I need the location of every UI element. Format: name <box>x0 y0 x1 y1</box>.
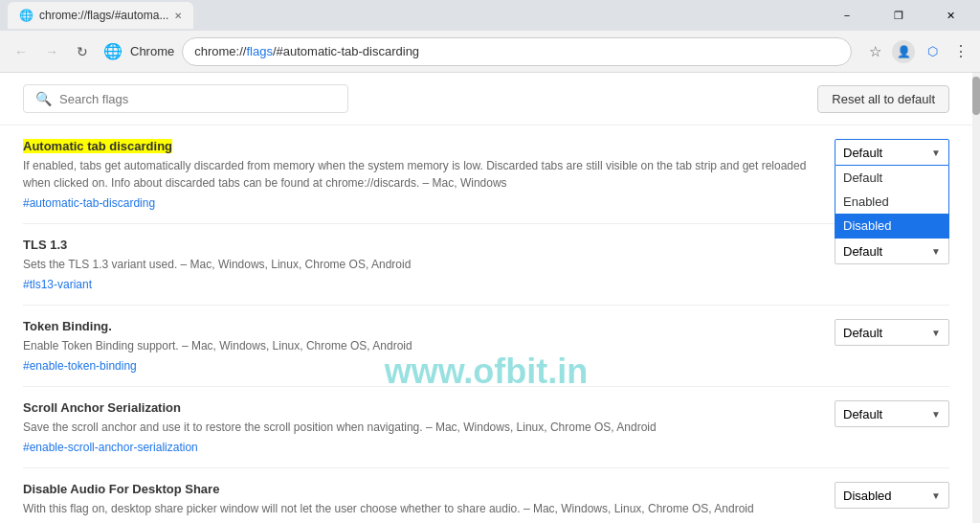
flag-name: Disable Audio For Desktop Share <box>23 482 815 496</box>
flag-desc: Sets the TLS 1.3 variant used. – Mac, Wi… <box>23 256 815 273</box>
profile-icon[interactable]: 👤 <box>892 40 915 63</box>
flag-desc: Enable Token Binding support. – Mac, Win… <box>23 337 815 354</box>
scrollbar-thumb[interactable] <box>972 77 980 115</box>
flag-info: Scroll Anchor Serialization Save the scr… <box>23 400 815 454</box>
dropdown-selected: Default <box>843 244 882 259</box>
search-area: 🔍 Reset all to default <box>0 73 972 125</box>
dropdown[interactable]: Default ▼ <box>835 238 949 264</box>
flag-item: TLS 1.3 Sets the TLS 1.3 variant used. –… <box>23 224 949 306</box>
flag-desc: With this flag on, desktop share picker … <box>23 500 815 517</box>
flag-link[interactable]: #enable-token-binding <box>23 359 137 373</box>
flag-item: Scroll Anchor Serialization Save the scr… <box>23 387 949 468</box>
menu-icon[interactable]: ⋮ <box>949 40 972 63</box>
flags-list: www.ofbit.in Automatic tab discarding If… <box>0 125 972 523</box>
dropdown-option-default[interactable]: Default <box>835 166 948 190</box>
dropdown-menu[interactable]: Default Enabled Disabled <box>835 166 949 239</box>
forward-button[interactable]: → <box>38 38 65 65</box>
nav-right-icons: ☆ 👤 ⬡ ⋮ <box>863 40 972 63</box>
flag-info: Disable Audio For Desktop Share With thi… <box>23 482 815 523</box>
tab-title: chrome://flags/#automa... <box>39 9 168 22</box>
dropdown-selected: Disabled <box>843 489 892 503</box>
dropdown-option-enabled[interactable]: Enabled <box>835 190 948 214</box>
search-input[interactable] <box>59 92 336 106</box>
flag-info: TLS 1.3 Sets the TLS 1.3 variant used. –… <box>23 238 815 291</box>
flags-part: flags <box>246 44 272 58</box>
flag-link[interactable]: #automatic-tab-discarding <box>23 196 155 210</box>
dropdown-arrow-icon: ▼ <box>931 328 941 338</box>
dropdown-header[interactable]: Default ▼ <box>835 139 949 166</box>
address-bar[interactable]: chrome://flags/#automatic-tab-discarding <box>182 37 852 66</box>
dropdown-arrow-icon: ▼ <box>931 490 941 501</box>
window-controls: − ❐ ✕ <box>825 0 972 31</box>
navbar: ← → ↻ 🌐 Chrome chrome://flags/#automatic… <box>0 31 980 73</box>
flag-link[interactable]: #tls13-variant <box>23 278 92 291</box>
search-icon: 🔍 <box>35 91 52 106</box>
scrollbar[interactable] <box>972 73 980 523</box>
content-wrapper: 🔍 Reset all to default www.ofbit.in Auto… <box>0 73 980 523</box>
tab-close-button[interactable]: ✕ <box>174 11 182 21</box>
tab-favicon: 🌐 <box>19 9 33 22</box>
flag-control[interactable]: Default ▼ <box>835 400 949 427</box>
close-button[interactable]: ✕ <box>928 0 972 31</box>
dropdown-selected: Default <box>843 146 882 160</box>
flag-item: Automatic tab discarding If enabled, tab… <box>23 125 949 224</box>
flag-name: TLS 1.3 <box>23 238 815 252</box>
reload-button[interactable]: ↻ <box>69 38 96 65</box>
search-box[interactable]: 🔍 <box>23 84 348 113</box>
dropdown[interactable]: Default ▼ <box>835 319 949 346</box>
minimize-button[interactable]: − <box>825 0 869 31</box>
extensions-icon[interactable]: ⬡ <box>921 40 944 63</box>
flag-desc: Save the scroll anchor and use it to res… <box>23 419 815 436</box>
back-button[interactable]: ← <box>8 38 34 65</box>
bookmark-icon[interactable]: ☆ <box>863 40 886 63</box>
flag-control[interactable]: Default ▼ Default Enabled Disabled <box>835 139 949 166</box>
chrome-label: Chrome <box>130 44 174 58</box>
dropdown[interactable]: Disabled ▼ <box>835 482 949 509</box>
dropdown[interactable]: Default ▼ <box>835 400 949 427</box>
flag-item: Token Binding. Enable Token Binding supp… <box>23 306 949 387</box>
flag-control[interactable]: Disabled ▼ <box>835 482 949 509</box>
flag-info: Token Binding. Enable Token Binding supp… <box>23 319 815 373</box>
reset-all-button[interactable]: Reset all to default <box>817 85 949 113</box>
flag-link[interactable]: #enable-scroll-anchor-serialization <box>23 441 198 454</box>
address-text: chrome://flags/#automatic-tab-discarding <box>194 44 419 58</box>
dropdown-selected: Default <box>843 326 882 340</box>
dropdown-arrow-icon: ▼ <box>931 409 941 420</box>
chrome-logo-icon: 🌐 <box>103 42 122 60</box>
dropdown-option-disabled[interactable]: Disabled <box>835 214 948 238</box>
flag-control[interactable]: Default ▼ <box>835 238 949 264</box>
dropdown-arrow-icon: ▼ <box>931 246 941 257</box>
flag-info: Automatic tab discarding If enabled, tab… <box>23 139 815 210</box>
flag-control[interactable]: Default ▼ <box>835 319 949 346</box>
browser-tab[interactable]: 🌐 chrome://flags/#automa... ✕ <box>8 2 193 29</box>
dropdown-selected: Default <box>843 407 882 421</box>
titlebar: 🌐 chrome://flags/#automa... ✕ − ❐ ✕ <box>0 0 980 31</box>
flag-name: Scroll Anchor Serialization <box>23 400 815 415</box>
flag-name: Token Binding. <box>23 319 815 333</box>
dropdown-arrow-icon: ▼ <box>931 148 941 158</box>
flag-name-highlighted: Automatic tab discarding <box>23 139 172 153</box>
flag-desc: If enabled, tabs get automatically disca… <box>23 157 815 192</box>
flag-name: Automatic tab discarding <box>23 139 815 153</box>
main-content: 🔍 Reset all to default www.ofbit.in Auto… <box>0 73 972 523</box>
flag-item: Disable Audio For Desktop Share With thi… <box>23 468 949 523</box>
restore-button[interactable]: ❐ <box>877 0 921 31</box>
